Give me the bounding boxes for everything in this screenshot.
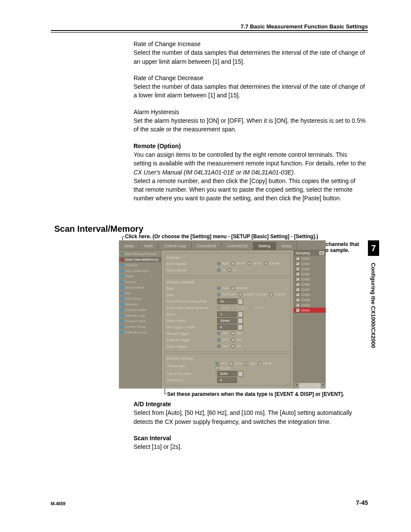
nav-item-key-lock-login[interactable]: Key Lock/Login <box>119 268 161 274</box>
timeup-type-option-day[interactable]: Day <box>245 361 255 365</box>
data-length-field[interactable]: 10min <box>217 318 237 324</box>
tab-control-int-[interactable]: Control(Int) <box>192 242 222 250</box>
radio-icon <box>239 293 242 296</box>
data-label: Data <box>166 293 217 297</box>
save-option-auto[interactable]: Auto <box>217 286 229 290</box>
rcd-text: Select the number of data samples that d… <box>134 83 365 99</box>
scroll-right-icon[interactable]: ▼ <box>321 383 326 389</box>
data-option-display[interactable]: DISPLAY <box>217 292 236 296</box>
radio-icon <box>217 262 221 265</box>
timeup-type-option-off[interactable]: OFF <box>215 361 227 365</box>
bullet-icon <box>121 297 124 300</box>
tab-setup[interactable]: Setup <box>276 242 297 250</box>
nav-item-network[interactable]: Network <box>119 302 161 307</box>
nav-item-scan-interval-memory[interactable]: Scan Interval/Memory <box>119 257 161 262</box>
nav-item-control-action[interactable]: Control Action <box>119 307 161 313</box>
manual-trigger-option-on[interactable]: ON <box>231 331 241 335</box>
data-option-event[interactable]: EVENT <box>270 292 286 296</box>
nav-item-timer[interactable]: Timer <box>119 274 161 279</box>
block-field[interactable]: 1 <box>217 311 237 317</box>
nav-item-external-loop[interactable]: External Loop <box>119 330 161 335</box>
bullet-icon <box>121 258 124 261</box>
dropdown-icon[interactable] <box>238 318 243 324</box>
radio-icon <box>231 345 235 348</box>
dropdown-icon[interactable] <box>238 311 243 317</box>
external-trigger-option-off[interactable]: OFF <box>217 338 229 342</box>
ad-integrate-option-60-hz[interactable]: 60 Hz <box>248 261 262 265</box>
alarm-trigger-option-on[interactable]: ON <box>231 344 241 348</box>
data-option-event-disp[interactable]: EVENT & DISP <box>239 292 267 296</box>
ad-integrate-text: Select from [Auto], [50 Hz], [60 Hz], an… <box>134 409 352 425</box>
ad-integrate-option-auto[interactable]: Auto <box>217 261 229 265</box>
dropdown-icon[interactable] <box>238 324 243 330</box>
checkbox-icon <box>296 267 300 271</box>
block-label: Block <box>166 312 217 316</box>
radio-icon <box>217 306 221 309</box>
callout-bottom: Set these parameters when the data type … <box>167 391 344 397</box>
alarm-trigger-option-off[interactable]: OFF <box>217 344 229 348</box>
nav-item-aux[interactable]: Aux <box>119 290 161 296</box>
nav-item-report[interactable]: Report <box>119 279 161 285</box>
time-hour-field[interactable]: 0 <box>217 377 237 383</box>
timeup-type-option-week[interactable]: Week <box>258 361 271 365</box>
edsm-option-rotate: Rotate <box>250 305 265 309</box>
tab-setting[interactable]: Setting <box>253 242 276 250</box>
timeup-type-option-hour[interactable]: Hour <box>230 361 242 365</box>
radio-icon <box>245 362 248 365</box>
ad-integrate-option-50-hz[interactable]: 50 Hz <box>231 261 245 265</box>
checkbox-icon <box>296 287 300 292</box>
section-heading: Scan Interval/Memory <box>54 224 143 234</box>
tab-meas[interactable]: Meas <box>119 242 139 250</box>
checkbox-icon <box>296 303 300 307</box>
sampling-a-button[interactable]: A <box>319 251 324 255</box>
nav-item-alarm-relay-remote[interactable]: Alarm/Relay/Remote <box>119 251 161 257</box>
footer-page-number: 7-45 <box>356 499 368 506</box>
interval-title: Interval <box>166 255 289 260</box>
radio-icon <box>217 345 221 348</box>
scroll-left-icon[interactable]: ◄ <box>294 383 299 389</box>
tab-math[interactable]: Math <box>139 242 159 250</box>
external-trigger-option-on[interactable]: ON <box>231 338 241 342</box>
edsr-field[interactable]: 1s <box>217 299 237 304</box>
radio-icon <box>270 293 273 296</box>
nav-item-time-zone[interactable]: Time zone <box>119 296 161 302</box>
bullet-icon <box>121 252 124 255</box>
time-hour-label: Time(hour) <box>166 378 217 382</box>
footer-doc-id: M-4659 <box>51 501 65 506</box>
ad-integrate-option-100-ms[interactable]: 100 ms <box>264 261 280 265</box>
nav-item-internal-loop[interactable]: Internal Loop <box>119 313 161 318</box>
checkbox-icon <box>296 272 300 276</box>
nav-item-temperature[interactable]: Temperature <box>119 285 161 290</box>
pretrigger-field[interactable]: 0 <box>217 324 237 330</box>
tab-control-ext-[interactable]: Control(Ext) <box>222 242 253 250</box>
dropdown-icon[interactable] <box>238 371 243 377</box>
memory-sample-group: Memory Sample Save AutoManual Data DISPL… <box>164 277 291 352</box>
dow-field[interactable]: SUN <box>217 371 237 376</box>
tab-control-loop[interactable]: Control Loop <box>159 242 192 250</box>
radio-icon <box>215 366 219 370</box>
checkbox-icon <box>296 298 300 302</box>
nav-item-channel[interactable]: Channel <box>119 262 161 268</box>
rci-heading: Rate of Change Increase <box>134 40 201 47</box>
scan-interval-option-1s[interactable]: 1s <box>217 268 225 272</box>
header-rule <box>51 30 368 33</box>
manual-trigger-option-off[interactable]: OFF <box>217 331 229 335</box>
scan-interval-option-2s[interactable]: 2s <box>228 268 236 272</box>
checkbox-icon <box>296 261 300 266</box>
radio-icon <box>215 362 219 365</box>
ad-integrate-label: A/D Integrate <box>166 262 217 266</box>
radio-icon <box>258 362 262 365</box>
save-option-manual[interactable]: Manual <box>231 286 247 290</box>
timeup-type-label: Timeup type <box>166 364 215 368</box>
radio-icon <box>231 306 235 309</box>
bullet-icon <box>121 280 124 283</box>
edsm-option-free: Free <box>217 305 229 309</box>
nav-item-control-relay[interactable]: Control Relay <box>119 324 161 330</box>
timeup-type-option-month[interactable]: Month <box>215 366 230 370</box>
scrollbar[interactable]: ◄▼ <box>294 383 326 389</box>
nav-item-contact-input[interactable]: Contact Input <box>119 318 161 324</box>
dropdown-icon[interactable] <box>238 299 243 305</box>
radio-icon <box>228 268 231 272</box>
callout-line <box>165 394 167 394</box>
channel-item-ch11[interactable]: CH11 <box>294 308 326 313</box>
